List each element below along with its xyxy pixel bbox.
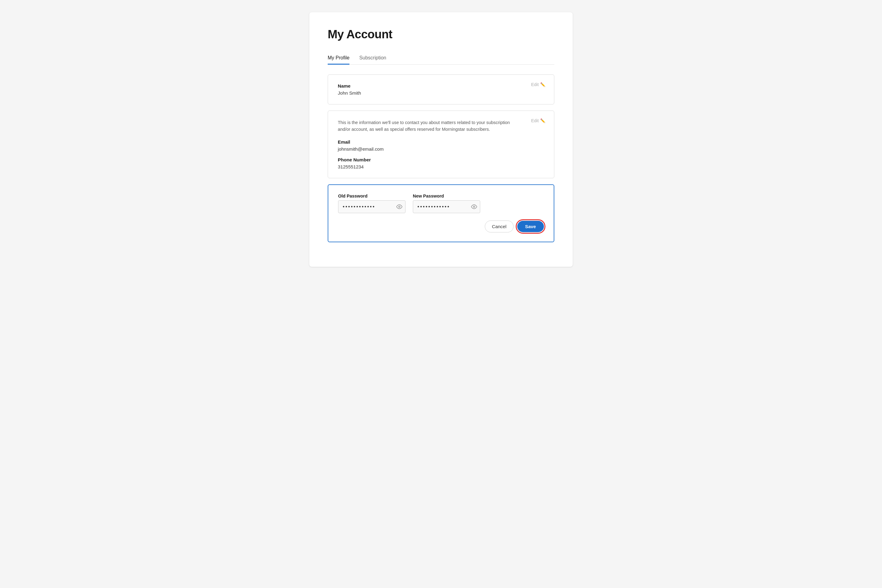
old-password-input[interactable] (338, 200, 405, 213)
email-value: johnsmith@email.com (338, 146, 544, 152)
name-label: Name (338, 83, 544, 88)
new-password-label: New Password (413, 194, 480, 198)
new-password-group: New Password (413, 194, 480, 213)
contact-card: Edit ✏️ This is the information we'll us… (328, 111, 554, 178)
name-card: Edit ✏️ Name John Smith (328, 74, 554, 104)
phone-label: Phone Number (338, 157, 544, 162)
tabs: My Profile Subscription (328, 52, 554, 64)
name-edit-label: Edit (531, 82, 539, 87)
old-password-wrapper (338, 200, 405, 213)
new-password-wrapper (413, 200, 480, 213)
name-value: John Smith (338, 90, 544, 96)
page-container: My Account My Profile Subscription Edit … (309, 12, 573, 267)
name-edit-button[interactable]: Edit ✏️ (531, 82, 545, 87)
page-title: My Account (328, 28, 554, 41)
password-fields: Old Password New Password (338, 194, 544, 233)
password-actions: Cancel Save (485, 220, 544, 233)
tab-my-profile[interactable]: My Profile (328, 52, 350, 64)
svg-point-0 (399, 206, 400, 208)
tab-subscription[interactable]: Subscription (359, 52, 386, 64)
save-button[interactable]: Save (517, 221, 544, 232)
old-password-toggle[interactable] (396, 204, 402, 210)
email-label: Email (338, 140, 544, 144)
new-password-input[interactable] (413, 200, 480, 213)
cancel-button[interactable]: Cancel (485, 220, 513, 232)
svg-point-1 (474, 206, 475, 208)
old-password-group: Old Password (338, 194, 405, 213)
eye-icon (396, 204, 402, 210)
old-password-label: Old Password (338, 194, 405, 198)
contact-edit-button[interactable]: Edit ✏️ (531, 118, 545, 123)
contact-note: This is the information we'll use to con… (338, 119, 544, 133)
password-card: Old Password New Password (328, 184, 554, 242)
contact-edit-label: Edit (531, 118, 539, 123)
pencil-icon: ✏️ (540, 82, 545, 87)
contact-pencil-icon: ✏️ (540, 118, 545, 123)
phone-value: 3125551234 (338, 164, 544, 170)
new-password-toggle[interactable] (471, 204, 477, 210)
eye-icon-new (471, 204, 477, 210)
